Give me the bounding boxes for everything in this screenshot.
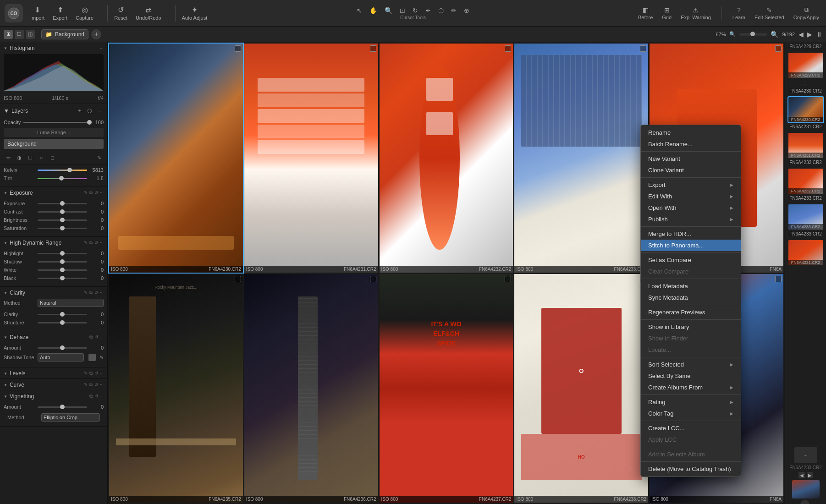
exposure-reset-icon[interactable]: ↺: [94, 190, 98, 196]
image-cell-2[interactable]: ISO 800 FN6A4231.CR2: [244, 44, 378, 273]
vignetting-more-icon[interactable]: ···: [100, 394, 104, 399]
cursor-tool-2[interactable]: ✋: [368, 6, 379, 15]
tint-slider[interactable]: [38, 178, 87, 179]
context-menu-item-sort-selected[interactable]: Sort Selected▶: [641, 359, 741, 370]
saturation-slider[interactable]: [38, 228, 87, 229]
brush-tool[interactable]: ✏: [4, 153, 13, 162]
strip-thumb-2[interactable]: FN6A4230.CR2: [788, 97, 823, 122]
exp-warning-button[interactable]: ⚠ Exp. Warning: [678, 5, 713, 22]
gradient-tool[interactable]: ◑: [15, 153, 24, 162]
contrast-slider[interactable]: [38, 211, 87, 213]
vignetting-header[interactable]: ▼ Vignetting ⧉ ↺ ···: [0, 390, 107, 401]
export-button[interactable]: ⬆ Export: [50, 4, 70, 22]
image-checkbox-2[interactable]: [370, 45, 376, 52]
curve-edit-icon[interactable]: ✎: [84, 382, 88, 388]
context-menu-item-merge-to-hdr---[interactable]: Merge to HDR...: [641, 228, 741, 240]
context-menu-item-create-albums-from[interactable]: Create Albums From▶: [641, 382, 741, 393]
exposure-slider[interactable]: [38, 203, 87, 204]
grid-button[interactable]: ⊞ Grid: [660, 5, 674, 22]
image-cell-8[interactable]: IT'S A WO ELF&CH SPIDE ISO 800 FN6A4237.…: [380, 274, 513, 503]
dehaze-reset-icon[interactable]: ↺: [94, 334, 98, 340]
vignetting-method-select[interactable]: Elliptic on Crop Circular Full Image: [41, 413, 100, 422]
structure-slider[interactable]: [38, 322, 87, 323]
context-menu-item-export[interactable]: Export▶: [641, 179, 741, 191]
context-menu-item-stitch-to-panorama---[interactable]: Stitch to Panorama...: [641, 240, 741, 251]
learn-button[interactable]: ? Learn: [730, 5, 748, 22]
edit-selected-button[interactable]: ✎ Edit Selected: [752, 5, 787, 22]
kelvin-slider[interactable]: [38, 170, 87, 171]
circle-tool[interactable]: ○: [37, 153, 46, 162]
dehaze-header[interactable]: ▼ Dehaze ⧉ ↺ ···: [0, 331, 107, 342]
cursor-tool-8[interactable]: ✏: [449, 6, 458, 15]
zoom-slider[interactable]: [739, 33, 767, 36]
context-menu-item-create-lcc---[interactable]: Create LCC...: [641, 422, 741, 434]
brightness-slider[interactable]: [38, 219, 87, 221]
curve-header[interactable]: ▼ Curve ✎ ⧉ ↺ ···: [0, 379, 107, 390]
cursor-tool-6[interactable]: ✒: [424, 6, 433, 15]
image-cell-1[interactable]: ISO 800 FN6A4230.CR2: [109, 44, 243, 273]
cursor-tool-7[interactable]: ⬡: [436, 6, 446, 15]
layers-more-button[interactable]: ···: [95, 107, 104, 115]
white-slider[interactable]: [38, 269, 87, 271]
context-menu-item-show-in-library[interactable]: Show in Library: [641, 321, 741, 333]
clarity-more-icon[interactable]: ···: [100, 290, 104, 296]
strip-next-button[interactable]: ▶: [807, 472, 813, 478]
opacity-slider[interactable]: [23, 122, 89, 123]
context-menu-item-edit-with[interactable]: Edit With▶: [641, 191, 741, 202]
vignetting-reset-icon[interactable]: ↺: [94, 394, 98, 399]
image-cell-7[interactable]: ISO 800 FN6A4236.CR2: [244, 274, 378, 503]
histogram-more-icon[interactable]: ···: [100, 46, 104, 51]
hdr-more-icon[interactable]: ···: [100, 240, 104, 246]
context-menu-item-publish[interactable]: Publish▶: [641, 214, 741, 225]
vignetting-copy-icon[interactable]: ⧉: [89, 394, 93, 399]
image-checkbox-7[interactable]: [370, 276, 376, 282]
strip-thumb-4[interactable]: FN6A4232.CR2: [788, 169, 823, 194]
panel-toggle-icon[interactable]: ⏸: [816, 31, 822, 38]
exposure-edit-icon[interactable]: ✎: [84, 190, 88, 196]
clarity-edit-icon[interactable]: ✎: [84, 290, 88, 296]
undo-redo-button[interactable]: ⇄ Undo/Redo: [133, 4, 164, 22]
exposure-header[interactable]: ▼ Exposure ✎ ⧉ ↺ ···: [0, 187, 107, 198]
clarity-header[interactable]: ▼ Clarity ✎ ⧉ ↺ ···: [0, 287, 107, 298]
cursor-tool-4[interactable]: ⊡: [398, 6, 407, 15]
image-cell-6[interactable]: Rocky Mountain Jazz... ISO 800 FN6A4235.…: [109, 274, 243, 503]
context-menu-item-set-as-compare[interactable]: Set as Compare: [641, 254, 741, 266]
cursor-tool-5[interactable]: ↻: [411, 6, 420, 15]
levels-more-icon[interactable]: ···: [100, 371, 104, 376]
nav-prev-icon[interactable]: ◀: [798, 31, 804, 38]
hdr-copy-icon[interactable]: ⧉: [89, 240, 93, 246]
clarity-method-select[interactable]: Natural Punch Neutral Classic: [38, 299, 104, 307]
shadow-tone-select[interactable]: Auto Manual: [38, 353, 84, 362]
auto-adjust-button[interactable]: ✦ Auto Adjust: [179, 4, 210, 22]
vignetting-amount-slider[interactable]: [38, 406, 87, 408]
strip-thumb-3[interactable]: FN6A4231.CR2: [788, 133, 823, 158]
background-layer[interactable]: Background: [4, 139, 104, 149]
image-checkbox-3[interactable]: [505, 45, 511, 52]
strip-prev-button[interactable]: ◀: [798, 472, 805, 478]
context-menu-item-rename[interactable]: Rename: [641, 127, 741, 138]
image-checkbox-4[interactable]: [640, 45, 646, 52]
context-menu-item-delete--move-to-catalog-trash-[interactable]: Delete (Move to Catalog Trash): [641, 463, 741, 475]
erase-tool[interactable]: ◻: [48, 153, 57, 162]
reset-button[interactable]: ↺ Reset: [111, 4, 130, 22]
nav-next-icon[interactable]: ▶: [807, 31, 812, 38]
cursor-tool-3[interactable]: 🔍: [383, 6, 394, 15]
clarity-copy-icon[interactable]: ⧉: [89, 290, 93, 296]
image-cell-9[interactable]: O HO ISO 800 FN6A4238.CR2: [514, 274, 648, 503]
image-checkbox-8[interactable]: [505, 276, 511, 282]
cursor-tool-1[interactable]: ↖: [355, 6, 364, 15]
single-mode-icon[interactable]: ☐: [15, 30, 24, 39]
black-slider[interactable]: [38, 278, 87, 279]
layers-mask-button[interactable]: ⬡: [85, 107, 94, 115]
image-checkbox-5[interactable]: [775, 45, 782, 52]
shadow-slider[interactable]: [38, 261, 87, 263]
dehaze-more-icon[interactable]: ···: [100, 334, 104, 340]
search-icon[interactable]: 🔍: [771, 31, 778, 38]
add-collection-button[interactable]: +: [91, 29, 101, 39]
levels-reset-icon[interactable]: ↺: [94, 371, 98, 376]
image-checkbox-10[interactable]: [775, 276, 782, 282]
context-menu-item-select-by-same[interactable]: Select By Same: [641, 370, 741, 382]
context-menu-item-load-metadata[interactable]: Load Metadata: [641, 280, 741, 292]
layers-add-button[interactable]: +: [75, 107, 83, 115]
shadow-tone-edit-icon[interactable]: ✎: [99, 355, 104, 361]
